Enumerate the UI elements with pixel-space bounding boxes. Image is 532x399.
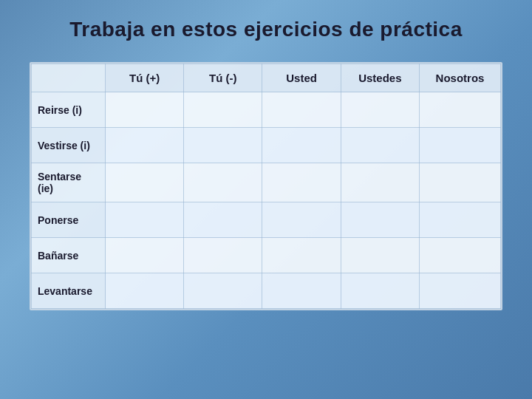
- cell-5-3: [262, 273, 341, 309]
- practice-table: Tú (+)Tú (-)UstedUstedesNosotros Reirse …: [31, 64, 501, 309]
- cell-5-2: [184, 273, 262, 309]
- cell-5-1: [106, 273, 184, 309]
- practice-table-wrapper: Tú (+)Tú (-)UstedUstedesNosotros Reirse …: [30, 62, 502, 310]
- cell-5-4: [341, 273, 419, 309]
- cell-0-2: [184, 92, 262, 128]
- table-header-ustedes: Ustedes: [341, 64, 419, 92]
- table-body: Reirse (i)Vestirse (i)Sentarse (ie)Poner…: [32, 92, 501, 309]
- cell-1-5: [419, 128, 500, 163]
- cell-0-1: [106, 92, 184, 128]
- row-label-2: Sentarse (ie): [32, 163, 106, 202]
- cell-5-5: [419, 273, 500, 309]
- cell-1-4: [341, 128, 419, 163]
- row-label-0: Reirse (i): [32, 92, 106, 128]
- page-title: Trabaja en estos ejercicios de práctica: [69, 18, 463, 41]
- cell-4-2: [184, 238, 262, 273]
- cell-3-4: [341, 202, 419, 238]
- table-header-usted: Usted: [262, 64, 341, 92]
- table-row: Sentarse (ie): [32, 163, 501, 202]
- cell-3-5: [419, 202, 500, 238]
- cell-0-3: [262, 92, 341, 128]
- table-row: Ponerse: [32, 202, 501, 238]
- cell-1-2: [184, 128, 262, 163]
- cell-3-1: [106, 202, 184, 238]
- cell-2-1: [106, 163, 184, 202]
- cell-4-4: [341, 238, 419, 273]
- cell-1-1: [106, 128, 184, 163]
- table-header-empty: [32, 64, 106, 92]
- cell-2-5: [419, 163, 500, 202]
- table-header-row: Tú (+)Tú (-)UstedUstedesNosotros: [32, 64, 501, 92]
- table-header-nosotros: Nosotros: [419, 64, 500, 92]
- cell-4-1: [106, 238, 184, 273]
- row-label-1: Vestirse (i): [32, 128, 106, 163]
- cell-4-3: [262, 238, 341, 273]
- table-row: Levantarse: [32, 273, 501, 309]
- cell-0-5: [419, 92, 500, 128]
- cell-2-3: [262, 163, 341, 202]
- cell-3-2: [184, 202, 262, 238]
- cell-2-4: [341, 163, 419, 202]
- table-header-t: Tú (+): [106, 64, 184, 92]
- row-label-3: Ponerse: [32, 202, 106, 238]
- cell-2-2: [184, 163, 262, 202]
- cell-1-3: [262, 128, 341, 163]
- row-label-4: Bañarse: [32, 238, 106, 273]
- cell-0-4: [341, 92, 419, 128]
- table-row: Reirse (i): [32, 92, 501, 128]
- cell-3-3: [262, 202, 341, 238]
- table-row: Bañarse: [32, 238, 501, 273]
- cell-4-5: [419, 238, 500, 273]
- table-row: Vestirse (i): [32, 128, 501, 163]
- table-header-t: Tú (-): [184, 64, 262, 92]
- row-label-5: Levantarse: [32, 273, 106, 309]
